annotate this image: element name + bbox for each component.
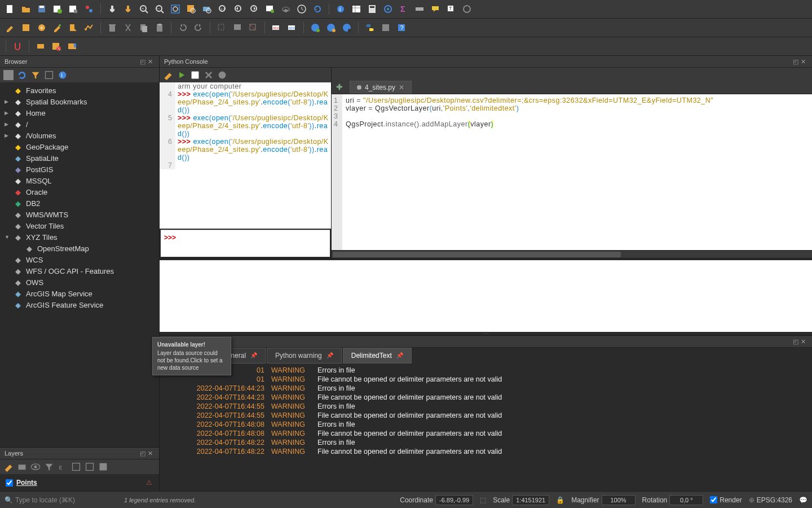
layer-styling-icon[interactable] <box>34 40 47 53</box>
expand-arrow-icon[interactable]: ▶ <box>5 110 10 116</box>
editor-code[interactable]: uri = "/Users/pugliesipc/Desktop/new.csv… <box>342 94 717 250</box>
digitize-icon[interactable] <box>51 21 64 34</box>
collapse-all-icon[interactable] <box>85 462 95 472</box>
statistics-icon[interactable]: Σ <box>397 2 411 16</box>
layer-item-points[interactable]: Points ⚠ <box>3 478 156 488</box>
close-icon[interactable]: ✕ <box>801 338 807 345</box>
python-icon[interactable] <box>363 21 377 34</box>
browser-item[interactable]: ◆ ArcGIS Feature Service <box>0 299 159 310</box>
field-calculator-icon[interactable] <box>365 2 379 16</box>
browser-item[interactable]: ◆ Favorites <box>0 85 159 96</box>
filter-layer-icon[interactable] <box>50 40 63 53</box>
browser-item[interactable]: ▶ ◆ Spatial Bookmarks <box>0 96 159 107</box>
redo-icon[interactable] <box>192 21 205 34</box>
move-feature-icon[interactable] <box>67 21 80 34</box>
select-features-icon[interactable] <box>215 21 228 34</box>
pin-icon[interactable]: 📌 <box>396 352 403 358</box>
browser-item[interactable]: ▶ ◆ Home <box>0 107 159 119</box>
browser-item[interactable]: ▶ ◆ / <box>0 119 159 130</box>
browser-item[interactable]: ◆ OpenStreetMap <box>0 243 159 254</box>
browser-item[interactable]: ◆ MSSQL <box>0 175 159 186</box>
expand-arrow-icon[interactable]: ▶ <box>5 133 10 138</box>
show-editor-icon[interactable] <box>190 70 200 80</box>
filter-browser-icon[interactable] <box>30 70 41 80</box>
zoom-layer-icon[interactable] <box>200 2 214 16</box>
layer-styling-icon[interactable] <box>3 462 14 472</box>
render-checkbox[interactable] <box>710 496 717 503</box>
edit-toggle-icon[interactable] <box>3 21 17 34</box>
browser-item[interactable]: ◆ Vector Tiles <box>0 220 159 231</box>
map-canvas[interactable] <box>160 259 812 332</box>
undock-icon[interactable]: ◰ <box>793 58 800 65</box>
identify-icon[interactable]: i <box>334 2 347 16</box>
delete-selected-icon[interactable] <box>105 21 119 34</box>
pyconsole-output[interactable]: arm your computer4>>> exec(open('/Users/… <box>160 82 331 229</box>
browser-item[interactable]: ◆ WFS / OGC API - Features <box>0 265 159 277</box>
browser-item[interactable]: ◆ WMS/WMTS <box>0 209 159 220</box>
toolbox-icon[interactable] <box>381 2 395 16</box>
scale-value[interactable]: 1:4151921 <box>512 495 549 505</box>
log-body[interactable]: 01WARNINGErrors in file01WARNINGFile can… <box>160 364 812 491</box>
pan-to-selection-icon[interactable] <box>121 2 135 16</box>
add-feature-icon[interactable]: + <box>35 21 48 34</box>
lock-scale-icon[interactable]: 🔒 <box>556 496 564 504</box>
clear-console-icon[interactable] <box>163 70 173 80</box>
style-manager-icon[interactable] <box>82 2 96 16</box>
close-icon[interactable]: ✕ <box>801 58 807 65</box>
select-by-value-icon[interactable] <box>231 21 244 34</box>
browser-item[interactable]: ◆ Oracle <box>0 186 159 198</box>
show-bookmarks-icon[interactable] <box>65 40 79 53</box>
add-wfs-icon[interactable] <box>324 21 338 34</box>
undock-icon[interactable]: ◰ <box>140 450 147 457</box>
browser-tree[interactable]: ◆ Favorites▶ ◆ Spatial Bookmarks▶ ◆ Home… <box>0 82 159 447</box>
browser-item[interactable]: ◆ SpatiaLite <box>0 152 159 164</box>
undock-icon[interactable]: ◰ <box>140 58 147 65</box>
new-project-icon[interactable] <box>3 2 17 16</box>
zoom-full-icon[interactable] <box>169 2 182 16</box>
no-action-icon[interactable] <box>460 2 474 16</box>
undo-icon[interactable] <box>176 21 189 34</box>
save-edits-icon[interactable] <box>19 21 33 34</box>
refresh-browser-icon[interactable] <box>17 70 27 80</box>
paste-features-icon[interactable] <box>153 21 166 34</box>
run-icon[interactable] <box>176 70 187 80</box>
open-icon[interactable] <box>19 2 33 16</box>
magnifier-value[interactable]: 100% <box>602 495 636 505</box>
layer-visibility-checkbox[interactable] <box>6 479 13 487</box>
messages-icon[interactable]: 💬 <box>799 496 807 504</box>
log-tab[interactable]: Python warning📌 <box>267 348 342 364</box>
crs-value[interactable]: EPSG:4326 <box>757 496 792 504</box>
new-map-view-icon[interactable] <box>263 2 277 16</box>
expand-all-icon[interactable] <box>71 462 81 472</box>
coord-value[interactable]: -6.89,-0.99 <box>435 495 473 505</box>
copy-features-icon[interactable] <box>137 21 151 34</box>
layer-error-icon[interactable]: ⚠ <box>144 478 153 487</box>
browser-item[interactable]: ◆ GeoPackage <box>0 141 159 152</box>
plugins-icon[interactable] <box>379 21 392 34</box>
close-icon[interactable]: ✕ <box>148 450 155 457</box>
diagram-icon[interactable]: abc <box>285 21 299 34</box>
browser-item[interactable]: ▶ ◆ /Volumes <box>0 130 159 141</box>
text-annotation-icon[interactable]: T <box>444 2 458 16</box>
locator-input[interactable] <box>15 496 111 504</box>
filter-legend-icon[interactable] <box>44 462 54 472</box>
measure-icon[interactable] <box>413 2 426 16</box>
editor-body[interactable]: 1234 uri = "/Users/pugliesipc/Desktop/ne… <box>332 94 812 250</box>
collapse-all-icon[interactable] <box>44 70 54 80</box>
save-icon[interactable] <box>35 2 48 16</box>
expand-arrow-icon[interactable]: ▶ <box>5 121 10 127</box>
pan-icon[interactable] <box>105 2 119 16</box>
remove-layer-icon[interactable] <box>98 462 108 472</box>
browser-item[interactable]: ◆ OWS <box>0 277 159 288</box>
vertex-tool-icon[interactable] <box>82 21 96 34</box>
pyconsole-input[interactable]: >>> <box>161 230 330 257</box>
expand-arrow-icon[interactable]: ▼ <box>5 234 10 240</box>
layers-body[interactable]: Points ⚠ <box>0 474 159 491</box>
browser-item[interactable]: ▼ ◆ XYZ Tiles <box>0 231 159 243</box>
temporal-controller-icon[interactable] <box>295 2 308 16</box>
zoom-native-icon[interactable]: 1:1 <box>216 2 230 16</box>
cut-features-icon[interactable] <box>121 21 135 34</box>
layout-manager-icon[interactable] <box>67 2 80 16</box>
zoom-last-icon[interactable] <box>232 2 245 16</box>
refresh-icon[interactable] <box>311 2 324 16</box>
